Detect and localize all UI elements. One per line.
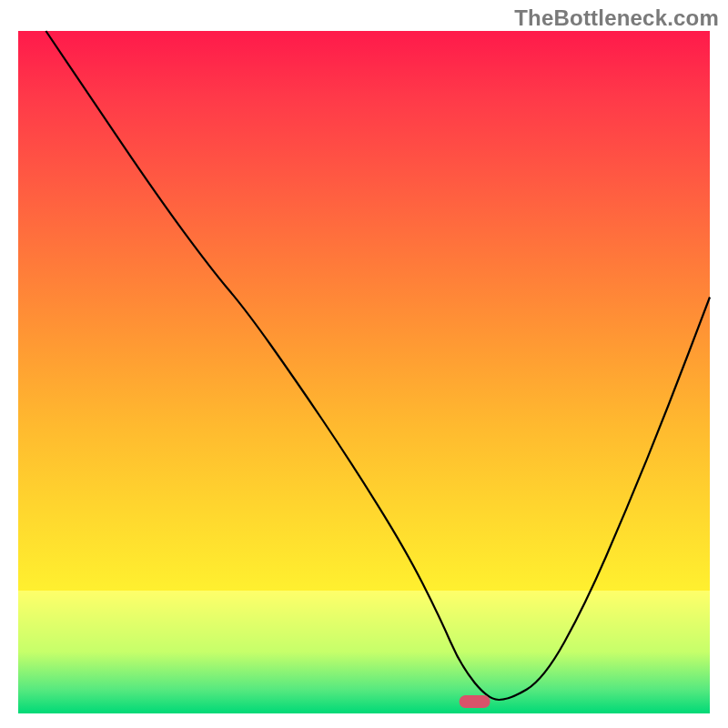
chart-container: TheBottleneck.com bbox=[0, 0, 728, 728]
curve-svg bbox=[18, 31, 710, 713]
bottleneck-curve bbox=[46, 31, 710, 700]
watermark-text: TheBottleneck.com bbox=[514, 5, 719, 31]
minimum-marker bbox=[460, 695, 490, 708]
chart-plot-area bbox=[18, 31, 710, 713]
